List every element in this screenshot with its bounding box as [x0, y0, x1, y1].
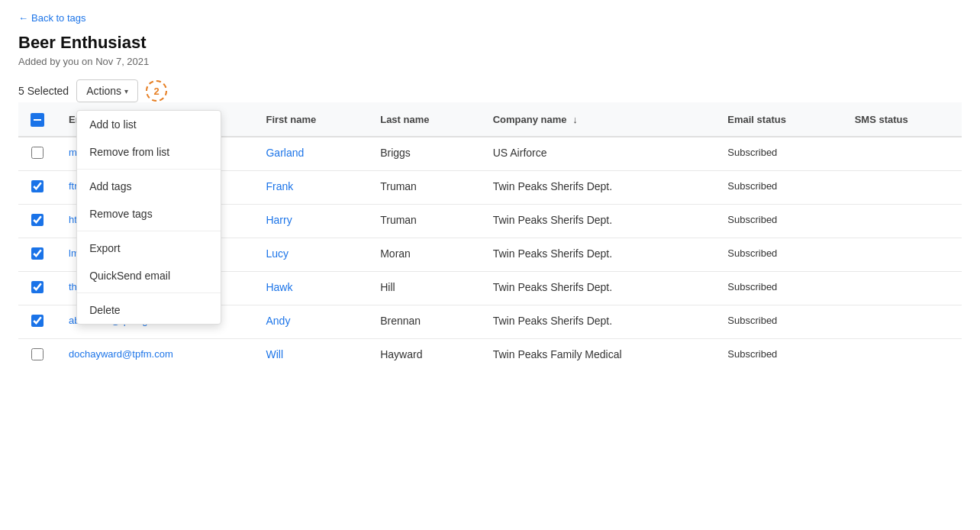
- chevron-down-icon: ▾: [124, 87, 128, 95]
- row-email-status: Subscribed: [715, 205, 842, 238]
- divider-1: [77, 169, 221, 170]
- back-link-label: Back to tags: [31, 12, 86, 24]
- row-checkbox[interactable]: [31, 147, 44, 159]
- row-email-status: Subscribed: [715, 305, 842, 339]
- actions-dropdown: Add to list Remove from list Add tags Re…: [76, 110, 221, 325]
- lastname-column-header: Last name: [368, 102, 481, 137]
- row-company: Twin Peaks Sherifs Dept.: [481, 238, 716, 272]
- actions-label: Actions: [86, 85, 121, 97]
- row-firstname[interactable]: Harry: [253, 205, 368, 238]
- row-lastname: Truman: [368, 171, 481, 205]
- row-checkbox-cell: [18, 137, 56, 171]
- sort-arrow-icon: ↓: [572, 114, 578, 125]
- row-checkbox-cell: [18, 272, 56, 305]
- firstname-column-header: First name: [253, 102, 368, 137]
- back-to-tags-link[interactable]: ← Back to tags: [18, 12, 962, 24]
- select-all-header[interactable]: [18, 102, 56, 137]
- row-lastname: Moran: [368, 238, 481, 272]
- row-checkbox-cell: [18, 238, 56, 272]
- row-sms-status: [843, 339, 962, 373]
- step-badge: 2: [146, 80, 167, 102]
- row-sms-status: [843, 205, 962, 238]
- row-checkbox-cell: [18, 171, 56, 205]
- table-row: dochayward@tpfm.comWillHaywardTwin Peaks…: [18, 339, 962, 373]
- row-firstname[interactable]: Hawk: [253, 272, 368, 305]
- add-to-list-item[interactable]: Add to list: [77, 111, 221, 138]
- smsstatus-column-header: SMS status: [843, 102, 962, 137]
- divider-3: [77, 292, 221, 293]
- row-company: Twin Peaks Family Medical: [481, 339, 716, 373]
- add-tags-item[interactable]: Add tags: [77, 173, 221, 200]
- divider-2: [77, 231, 221, 231]
- quicksend-email-item[interactable]: QuickSend email: [77, 262, 221, 289]
- row-firstname[interactable]: Andy: [253, 305, 368, 339]
- remove-from-list-item[interactable]: Remove from list: [77, 138, 221, 166]
- row-email-status: Subscribed: [715, 171, 842, 205]
- arrow-left-icon: ←: [18, 12, 28, 24]
- row-checkbox[interactable]: [31, 247, 44, 260]
- row-checkbox[interactable]: [31, 315, 44, 327]
- minus-icon: [34, 119, 41, 121]
- row-lastname: Briggs: [368, 137, 481, 171]
- row-sms-status: [843, 272, 962, 305]
- row-sms-status: [843, 137, 962, 171]
- row-company: US Airforce: [481, 137, 716, 171]
- row-email-status: Subscribed: [715, 137, 842, 171]
- row-firstname[interactable]: Garland: [253, 137, 368, 171]
- export-item[interactable]: Export: [77, 234, 221, 262]
- row-checkbox-cell: [18, 339, 56, 373]
- row-sms-status: [843, 305, 962, 339]
- row-firstname[interactable]: Will: [253, 339, 368, 373]
- select-all-checkbox-icon[interactable]: [31, 113, 44, 127]
- row-firstname[interactable]: Frank: [253, 171, 368, 205]
- row-company: Twin Peaks Sherifs Dept.: [481, 305, 716, 339]
- delete-item[interactable]: Delete: [77, 296, 221, 324]
- company-column-header[interactable]: Company name ↓: [481, 102, 716, 137]
- page-title: Beer Enthusiast: [18, 33, 962, 53]
- row-sms-status: [843, 171, 962, 205]
- row-email[interactable]: dochayward@tpfm.com: [56, 339, 253, 373]
- row-email-status: Subscribed: [715, 272, 842, 305]
- row-lastname: Truman: [368, 205, 481, 238]
- row-checkbox[interactable]: [31, 281, 44, 293]
- row-checkbox-cell: [18, 305, 56, 339]
- actions-button[interactable]: Actions ▾: [76, 79, 138, 102]
- actions-wrapper: Actions ▾ Add to list Remove from list A…: [76, 79, 138, 102]
- row-lastname: Hill: [368, 272, 481, 305]
- row-company: Twin Peaks Sherifs Dept.: [481, 171, 716, 205]
- page: ← Back to tags Beer Enthusiast Added by …: [0, 0, 980, 530]
- row-lastname: Hayward: [368, 339, 481, 373]
- row-company: Twin Peaks Sherifs Dept.: [481, 205, 716, 238]
- row-sms-status: [843, 238, 962, 272]
- row-checkbox-cell: [18, 205, 56, 238]
- row-company: Twin Peaks Sherifs Dept.: [481, 272, 716, 305]
- row-email-status: Subscribed: [715, 339, 842, 373]
- row-checkbox[interactable]: [31, 180, 44, 192]
- remove-tags-item[interactable]: Remove tags: [77, 200, 221, 228]
- row-checkbox[interactable]: [31, 348, 44, 360]
- row-firstname[interactable]: Lucy: [253, 238, 368, 272]
- row-email-status: Subscribed: [715, 238, 842, 272]
- toolbar: 5 Selected Actions ▾ Add to list Remove …: [18, 79, 962, 102]
- selected-count: 5 Selected: [18, 85, 69, 97]
- row-lastname: Brennan: [368, 305, 481, 339]
- emailstatus-column-header: Email status: [715, 102, 842, 137]
- row-checkbox[interactable]: [31, 214, 44, 226]
- page-subtitle: Added by you on Nov 7, 2021: [18, 56, 962, 67]
